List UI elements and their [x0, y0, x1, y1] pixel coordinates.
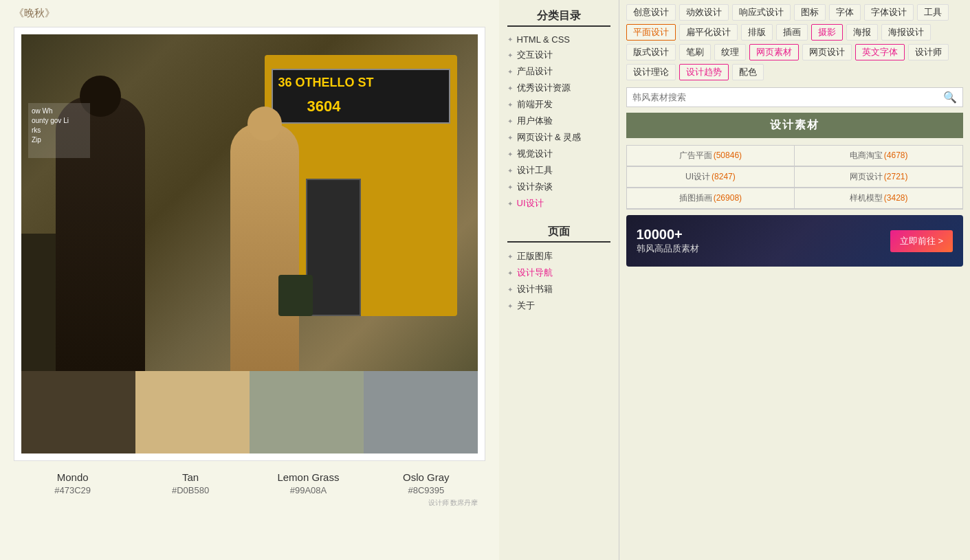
color-name: Lemon Grass — [250, 471, 367, 483]
nav-column: 分类目录 ✦HTML & CSS✦交互设计✦产品设计✦优秀设计资源✦前端开发✦用… — [499, 0, 619, 560]
resource-item[interactable]: 样机模型(3428) — [795, 188, 962, 209]
category-list: ✦HTML & CSS✦交互设计✦产品设计✦优秀设计资源✦前端开发✦用户体验✦网… — [507, 32, 610, 212]
resource-label: 电商淘宝 — [850, 150, 883, 160]
color-swatch — [21, 371, 135, 453]
banner-text: 10000+ 韩风高品质素材 — [637, 227, 699, 255]
tag-item[interactable]: 设计趋势 — [679, 64, 729, 80]
cat-bullet: ✦ — [507, 302, 513, 310]
person-right — [230, 124, 299, 371]
color-swatch — [135, 371, 250, 453]
tag-item[interactable]: 网页设计 — [802, 44, 852, 60]
cat-bullet: ✦ — [507, 253, 513, 260]
page-item[interactable]: ✦正版图库 — [507, 248, 610, 265]
category-item[interactable]: ✦视觉设计 — [507, 146, 610, 162]
resource-label: 样机模型 — [850, 193, 883, 203]
search-button[interactable]: 🔍 — [938, 88, 962, 107]
tag-item[interactable]: 笔刷 — [679, 44, 711, 60]
tag-item[interactable]: 纹理 — [714, 44, 746, 60]
category-item[interactable]: ✦用户体验 — [507, 113, 610, 129]
bag — [278, 275, 313, 316]
tag-item[interactable]: 设计理论 — [626, 64, 676, 80]
color-name: Tan — [131, 471, 249, 483]
tag-item[interactable]: 版式设计 — [626, 44, 676, 60]
page-label: 设计书籍 — [517, 283, 553, 295]
page-item[interactable]: ✦关于 — [507, 298, 610, 314]
category-label: 优秀设计资源 — [517, 82, 571, 94]
tags-column: 创意设计动效设计响应式设计图标字体字体设计工具平面设计扁平化设计排版插画摄影海报… — [619, 0, 971, 560]
color-hex: #8C9395 — [367, 485, 485, 495]
pages-section-title: 页面 — [507, 221, 610, 241]
category-item[interactable]: ✦交互设计 — [507, 47, 610, 63]
resource-label: 广告平面 — [679, 150, 712, 160]
category-item[interactable]: ✦设计工具 — [507, 162, 610, 179]
category-item[interactable]: ✦优秀设计资源 — [507, 80, 610, 96]
banner-ad[interactable]: 10000+ 韩风高品质素材 立即前往 > — [626, 215, 964, 267]
resource-count: (50846) — [714, 150, 742, 160]
tag-item[interactable]: 字体设计 — [864, 4, 914, 21]
cat-bullet: ✦ — [507, 183, 513, 191]
category-item[interactable]: ✦HTML & CSS — [507, 32, 610, 47]
color-hex: #D0B580 — [131, 485, 249, 495]
resource-grid: 广告平面(50846)电商淘宝(4678)UI设计(8247)网页设计(2721… — [626, 145, 964, 210]
category-item[interactable]: ✦设计杂谈 — [507, 179, 610, 195]
resource-item[interactable]: UI设计(8247) — [627, 167, 795, 188]
tag-item[interactable]: 创意设计 — [626, 4, 676, 21]
tag-item[interactable]: 配色 — [732, 64, 764, 80]
resource-count: (3428) — [884, 193, 908, 203]
pages-divider — [507, 241, 610, 243]
banner-cta[interactable]: 立即前往 > — [890, 230, 953, 252]
tag-grid: 创意设计动效设计响应式设计图标字体字体设计工具平面设计扁平化设计排版插画摄影海报… — [626, 4, 964, 80]
cat-bullet: ✦ — [507, 269, 513, 277]
color-swatches — [21, 371, 478, 453]
resource-item[interactable]: 电商淘宝(4678) — [795, 146, 962, 166]
cat-bullet: ✦ — [507, 150, 513, 158]
tag-item[interactable]: 扁平化设计 — [679, 24, 738, 41]
page-item[interactable]: ✦设计书籍 — [507, 281, 610, 298]
tag-item[interactable]: 插画 — [776, 24, 808, 41]
tag-item[interactable]: 图标 — [794, 4, 826, 21]
tag-item[interactable]: 字体 — [829, 4, 861, 21]
tag-item[interactable]: 响应式设计 — [732, 4, 791, 21]
cat-bullet: ✦ — [507, 101, 513, 109]
tag-item[interactable]: 摄影 — [811, 24, 843, 41]
tag-item[interactable]: 网页素材 — [749, 44, 799, 60]
resource-item[interactable]: 插图插画(26908) — [627, 188, 795, 209]
cat-bullet: ✦ — [507, 68, 513, 76]
design-materials-button[interactable]: 设计素材 — [626, 113, 964, 138]
tag-item[interactable]: 设计师 — [908, 44, 949, 60]
category-label: 设计工具 — [517, 164, 553, 177]
tag-item[interactable]: 海报 — [846, 24, 878, 41]
resource-item[interactable]: 广告平面(50846) — [627, 146, 795, 166]
page-label: 正版图库 — [517, 250, 553, 262]
page-item[interactable]: ✦设计导航 — [507, 265, 610, 281]
category-label: 设计杂谈 — [517, 181, 553, 193]
pages-list: ✦正版图库✦设计导航✦设计书籍✦关于 — [507, 248, 610, 314]
bus-door — [306, 179, 361, 316]
resource-label: 插图插画 — [679, 193, 712, 203]
color-name: Oslo Gray — [367, 471, 485, 483]
search-input[interactable] — [627, 88, 938, 107]
sidebar-inner: 分类目录 ✦HTML & CSS✦交互设计✦产品设计✦优秀设计资源✦前端开发✦用… — [499, 0, 971, 560]
category-divider — [507, 25, 610, 27]
tag-item[interactable]: 英文字体 — [855, 44, 905, 60]
category-item[interactable]: ✦UI设计 — [507, 195, 610, 212]
category-item[interactable]: ✦前端开发 — [507, 96, 610, 113]
main-content: 《晚秋》 36 OTHELLO ST 3604 — [0, 0, 499, 560]
tag-item[interactable]: 动效设计 — [679, 4, 729, 21]
tag-item[interactable]: 工具 — [917, 4, 949, 21]
tag-item[interactable]: 海报设计 — [881, 24, 931, 41]
resource-label: UI设计 — [685, 172, 710, 181]
head-right — [247, 107, 282, 141]
category-item[interactable]: ✦网页设计 & 灵感 — [507, 129, 610, 146]
movie-image: 36 OTHELLO ST 3604 — [21, 34, 478, 371]
banner-sub: 韩风高品质素材 — [637, 243, 699, 255]
category-item[interactable]: ✦产品设计 — [507, 63, 610, 80]
tag-item[interactable]: 排版 — [741, 24, 773, 41]
cat-bullet: ✦ — [507, 134, 513, 142]
cat-bullet: ✦ — [507, 286, 513, 293]
banner-big: 10000+ — [637, 227, 699, 243]
resource-item[interactable]: 网页设计(2721) — [795, 167, 962, 188]
tag-item[interactable]: 平面设计 — [626, 24, 676, 41]
cat-bullet: ✦ — [507, 85, 513, 92]
color-label: Mondo#473C29 — [14, 471, 131, 495]
